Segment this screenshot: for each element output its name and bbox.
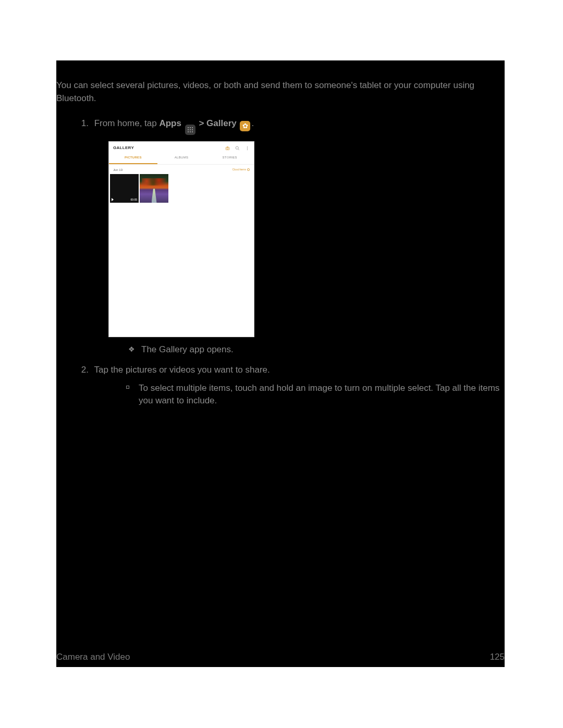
substep: To select multiple items, touch and hold… xyxy=(126,382,505,408)
page-content: You can select several pictures, videos,… xyxy=(56,60,505,408)
separator: > xyxy=(197,118,206,128)
cloud-label: Cloud items xyxy=(232,168,246,171)
footer-section: Camera and Video xyxy=(56,651,130,664)
svg-point-5 xyxy=(247,149,248,150)
step-2-substeps: To select multiple items, touch and hold… xyxy=(126,382,505,408)
diamond-bullet-icon: ❖ xyxy=(128,344,135,354)
apps-label: Apps xyxy=(159,118,181,128)
thumb-photo xyxy=(140,174,168,203)
substep-text: To select multiple items, touch and hold… xyxy=(139,382,501,408)
svg-point-1 xyxy=(227,147,228,149)
svg-point-4 xyxy=(247,147,248,149)
cloud-icon xyxy=(247,168,250,171)
step-1: 1. From home, tap Apps > Gallery ✿ . GAL… xyxy=(77,117,505,356)
gallery-screenshot: GALLERY PICTURES ALBUMS STORIES Jun 1 xyxy=(108,141,254,337)
step-2: 2. Tap the pictures or videos you want t… xyxy=(77,364,505,408)
intro-text: You can select several pictures, videos,… xyxy=(56,79,505,105)
camera-icon xyxy=(225,146,230,151)
shot-date: Jun 13 xyxy=(113,168,123,172)
gallery-label: Gallery xyxy=(206,118,237,128)
thumb-video: 00:05 xyxy=(110,174,139,203)
square-bullet-icon xyxy=(126,386,129,389)
svg-point-2 xyxy=(236,146,238,149)
shot-title: GALLERY xyxy=(113,145,134,151)
steps-list: 1. From home, tap Apps > Gallery ✿ . GAL… xyxy=(77,117,505,408)
page-footer: Camera and Video 125 xyxy=(56,651,505,667)
step-text-end: . xyxy=(251,118,254,128)
substep-text: The Gallery app opens. xyxy=(141,344,234,354)
step-1-substeps: ❖The Gallery app opens. xyxy=(126,343,505,356)
shot-actions xyxy=(225,146,250,151)
svg-point-3 xyxy=(247,146,248,147)
step-number: 2. xyxy=(77,364,89,377)
search-icon xyxy=(235,146,240,151)
shot-header: GALLERY xyxy=(109,142,254,152)
tab-pictures: PICTURES xyxy=(109,152,157,164)
step-number: 1. xyxy=(77,117,89,130)
manual-page: You can select several pictures, videos,… xyxy=(56,60,505,667)
substep: ❖The Gallery app opens. xyxy=(126,343,505,356)
shot-thumbs: 00:05 xyxy=(109,174,254,203)
tab-stories: STORIES xyxy=(205,152,254,164)
step-text-pre: From home, tap xyxy=(94,118,160,128)
footer-page-number: 125 xyxy=(490,651,505,664)
more-icon xyxy=(245,146,250,151)
shot-tabs: PICTURES ALBUMS STORIES xyxy=(109,152,254,165)
gallery-icon: ✿ xyxy=(240,121,250,131)
step-body: From home, tap Apps > Gallery ✿ . xyxy=(94,118,254,128)
tab-albums: ALBUMS xyxy=(157,152,206,164)
step-body: Tap the pictures or videos you want to s… xyxy=(94,365,270,375)
apps-icon xyxy=(185,125,195,135)
shot-cloud: Cloud items xyxy=(232,168,250,171)
video-duration: 00:05 xyxy=(130,198,137,202)
shot-date-row: Jun 13 Cloud items xyxy=(109,165,254,175)
